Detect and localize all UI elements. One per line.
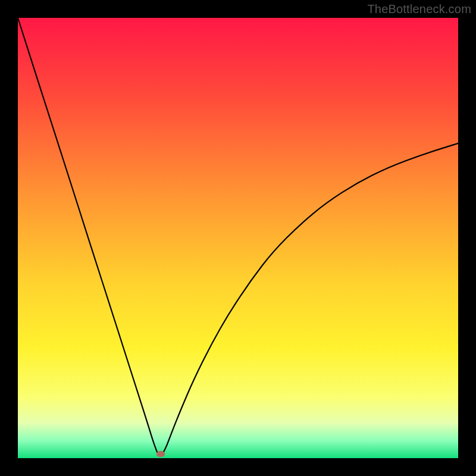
watermark-text: TheBottleneck.com bbox=[367, 2, 471, 16]
optimal-point-marker bbox=[156, 451, 165, 457]
chart-frame: TheBottleneck.com bbox=[0, 0, 476, 476]
bottleneck-curve bbox=[18, 18, 458, 458]
plot-area bbox=[18, 18, 458, 458]
